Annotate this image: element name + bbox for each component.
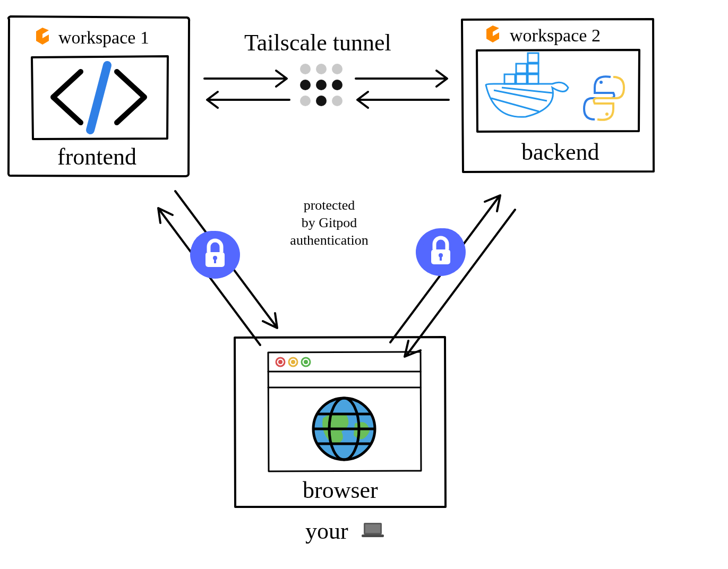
tunnel-label: Tailscale tunnel (244, 30, 391, 56)
svg-rect-42 (362, 534, 384, 537)
docker-icon (486, 53, 568, 117)
svg-point-11 (300, 80, 311, 90)
svg-point-9 (316, 64, 327, 74)
workspace1-card-label: frontend (57, 144, 136, 170)
workspace1-title: workspace 1 (58, 28, 149, 47)
workspace2-title: workspace 2 (510, 25, 601, 45)
svg-point-33 (291, 360, 295, 364)
svg-rect-5 (528, 53, 538, 63)
globe-icon (313, 398, 375, 460)
svg-text:your: your (305, 518, 348, 544)
svg-rect-3 (516, 64, 527, 73)
svg-rect-1 (516, 74, 527, 84)
workspace2-card-label: backend (521, 139, 599, 165)
lock-badge-left (190, 231, 240, 279)
svg-point-6 (599, 81, 603, 84)
svg-point-14 (300, 96, 311, 106)
svg-point-12 (316, 80, 327, 90)
svg-rect-4 (528, 64, 538, 73)
svg-rect-2 (528, 74, 538, 84)
svg-point-10 (332, 64, 342, 74)
code-icon (53, 65, 144, 130)
svg-rect-0 (504, 74, 515, 84)
svg-rect-41 (365, 524, 380, 533)
client-box: browser (235, 337, 446, 507)
auth-note: protected by Gitpod authentication (290, 197, 368, 248)
gitpod-icon (36, 28, 49, 45)
client-card-label: browser (303, 477, 378, 503)
arrow-ws2-client (390, 195, 515, 357)
laptop-icon (362, 523, 384, 537)
lock-badge-right (416, 228, 466, 276)
tailscale-dots-icon (300, 64, 342, 106)
python-icon (584, 76, 624, 120)
svg-rect-24 (214, 258, 216, 263)
gitpod-icon (486, 25, 499, 42)
svg-text:authentication: authentication (290, 232, 368, 248)
svg-point-13 (332, 80, 342, 90)
client-footer: your (305, 518, 384, 544)
svg-point-15 (316, 96, 327, 106)
svg-point-8 (300, 64, 311, 74)
arrow-ws1-to-hub (204, 71, 289, 108)
svg-text:protected: protected (304, 197, 355, 213)
svg-point-16 (332, 96, 342, 106)
svg-point-35 (304, 360, 308, 364)
workspace1-box: workspace 1 frontend (8, 16, 189, 176)
workspace2-box: workspace 2 backend (462, 19, 654, 172)
svg-point-31 (278, 360, 282, 364)
arrow-hub-to-ws2 (356, 71, 449, 108)
svg-rect-29 (440, 255, 442, 261)
svg-point-7 (605, 113, 609, 116)
svg-text:by Gitpod: by Gitpod (302, 215, 357, 230)
